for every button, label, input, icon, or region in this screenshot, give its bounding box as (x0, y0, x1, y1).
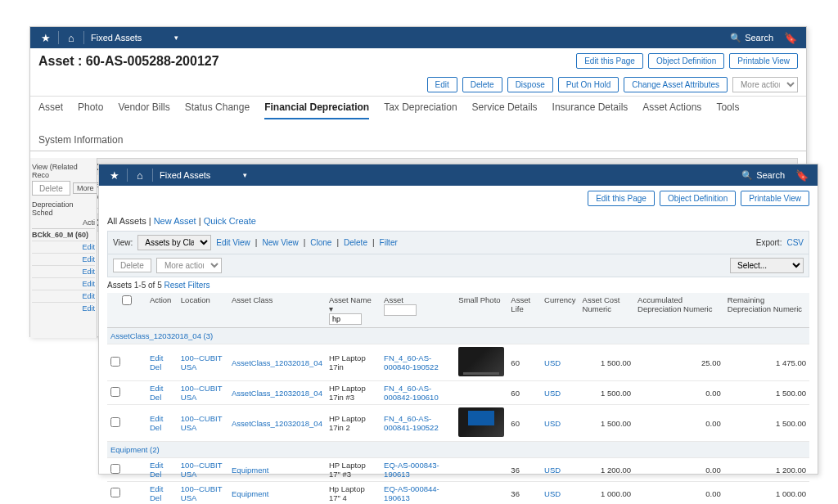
row-edit[interactable]: Edit (150, 414, 163, 423)
col-asset-class[interactable]: Asset Class (228, 293, 326, 328)
bookmark-icon[interactable]: 🔖 (782, 32, 800, 44)
row-checkbox[interactable] (110, 387, 120, 397)
row-asset-link[interactable]: FN_4_60-AS-000842-190610 (384, 384, 439, 402)
row-checkbox[interactable] (110, 488, 120, 497)
chevron-down-icon[interactable]: ▾ (243, 171, 247, 179)
tab-financial-depreciation[interactable]: Financial Depreciation (264, 101, 369, 119)
new-asset-link[interactable]: New Asset (154, 216, 196, 226)
star-icon[interactable]: ★ (37, 32, 55, 44)
sidebar-edit-link[interactable]: Edit (32, 277, 95, 288)
edit-view-link[interactable]: Edit View (216, 238, 250, 247)
put-on-hold-button[interactable]: Put On Hold (558, 77, 619, 92)
row-class[interactable]: Equipment (232, 466, 268, 475)
col-accumulated-depreciation-numeric[interactable]: Accumulated Depreciation Numeric (634, 293, 724, 328)
dispose-button[interactable]: Dispose (507, 77, 553, 92)
tab-insurance-details[interactable]: Insurance Details (552, 101, 628, 119)
export-csv-link[interactable]: CSV (786, 238, 804, 247)
home-icon[interactable]: ⌂ (131, 169, 149, 182)
col-location[interactable]: Location (178, 293, 228, 328)
clone-link[interactable]: Clone (310, 238, 331, 247)
row-edit[interactable]: Edit (150, 484, 163, 493)
row-currency[interactable]: USD (544, 358, 561, 367)
star-icon[interactable]: ★ (106, 169, 124, 182)
tab-asset-actions[interactable]: Asset Actions (642, 101, 701, 119)
list-delete-button[interactable]: Delete (113, 259, 151, 272)
sidebar-delete-button[interactable]: Delete (32, 181, 70, 196)
group-label[interactable]: Equipment (2) (110, 445, 160, 454)
chevron-down-icon[interactable]: ▾ (174, 34, 178, 42)
tab-tools[interactable]: Tools (716, 101, 739, 119)
tab-system-information[interactable]: System Information (38, 134, 123, 151)
sidebar-edit-link[interactable]: Edit (32, 290, 95, 300)
quick-create-link[interactable]: Quick Create (204, 216, 256, 226)
view-select[interactable]: Assets by Class (137, 235, 211, 250)
row-checkbox[interactable] (110, 417, 120, 427)
col-asset-name[interactable]: Asset Name ▾ (326, 293, 381, 328)
list-more-actions[interactable]: More actions... (156, 258, 222, 273)
row-del[interactable]: Del (150, 362, 161, 371)
row-location[interactable]: 100--CUBIT USA (181, 414, 223, 432)
row-del[interactable]: Del (150, 423, 161, 432)
col-currency[interactable]: Currency (541, 293, 579, 328)
group-label[interactable]: AssetClass_12032018_04 (3) (110, 331, 213, 340)
row-location[interactable]: 100--CUBIT USA (181, 461, 223, 479)
sidebar-edit-link[interactable]: Edit (32, 302, 95, 313)
row-currency[interactable]: USD (544, 389, 561, 398)
home-icon[interactable]: ⌂ (62, 32, 80, 44)
edit-button[interactable]: Edit (427, 77, 457, 92)
change-attributes-button[interactable]: Change Asset Attributes (624, 77, 728, 92)
row-checkbox[interactable] (110, 464, 120, 474)
select-all-checkbox[interactable] (110, 295, 143, 305)
tab-vendor-bills[interactable]: Vendor Bills (118, 101, 169, 119)
bookmark-icon[interactable]: 🔖 (793, 169, 811, 182)
row-currency[interactable]: USD (544, 489, 561, 498)
tab-asset[interactable]: Asset (38, 101, 63, 119)
col-asset-cost-numeric[interactable]: Asset Cost Numeric (579, 293, 635, 328)
more-actions-select[interactable]: More actions... (732, 77, 798, 92)
search-button[interactable]: 🔍Search (730, 33, 773, 43)
row-location[interactable]: 100--CUBIT USA (181, 353, 223, 371)
object-definition-button[interactable]: Object Definition (648, 53, 724, 69)
row-asset-link[interactable]: FN_4_60-AS-000840-190522 (384, 353, 439, 371)
filter-link[interactable]: Filter (380, 238, 398, 247)
row-location[interactable]: 100--CUBIT USA (181, 484, 223, 502)
col-asset-life[interactable]: Asset Life (507, 293, 541, 328)
printable-view-button[interactable]: Printable View (741, 191, 809, 206)
reset-filters-link[interactable]: Reset Filters (164, 281, 210, 290)
sidebar-edit-link[interactable]: Edit (32, 265, 95, 276)
row-edit[interactable]: Edit (150, 384, 163, 393)
col-action[interactable]: Action (146, 293, 178, 328)
row-class[interactable]: AssetClass_12032018_04 (232, 419, 322, 428)
asset-name-filter[interactable] (329, 313, 362, 325)
new-view-link[interactable]: New View (262, 238, 298, 247)
row-del[interactable]: Del (150, 393, 161, 402)
edit-page-button[interactable]: Edit this Page (576, 53, 643, 69)
row-class[interactable]: Equipment (232, 489, 268, 498)
row-location[interactable]: 100--CUBIT USA (181, 384, 223, 402)
delete-button[interactable]: Delete (462, 77, 502, 92)
search-button[interactable]: 🔍Search (741, 170, 785, 181)
tab-service-details[interactable]: Service Details (472, 101, 538, 119)
col-asset[interactable]: Asset (381, 293, 455, 328)
row-currency[interactable]: USD (544, 466, 561, 475)
row-edit[interactable]: Edit (150, 353, 163, 362)
row-class[interactable]: AssetClass_12032018_04 (232, 389, 322, 398)
row-checkbox[interactable] (110, 357, 120, 367)
tab-status-change[interactable]: Status Change (185, 101, 250, 119)
asset-filter[interactable] (384, 304, 417, 316)
row-asset-link[interactable]: EQ-AS-000844-190613 (384, 484, 439, 502)
printable-view-button[interactable]: Printable View (729, 53, 798, 69)
tab-tax-depreciation[interactable]: Tax Depreciation (384, 101, 457, 119)
nav-title[interactable]: Fixed Assets (160, 170, 210, 180)
sidebar-edit-link[interactable]: Edit (32, 241, 95, 251)
nav-title[interactable]: Fixed Assets (91, 33, 142, 43)
edit-page-button[interactable]: Edit this Page (588, 191, 655, 206)
row-del[interactable]: Del (150, 470, 161, 479)
row-class[interactable]: AssetClass_12032018_04 (232, 358, 322, 367)
tab-photo[interactable]: Photo (78, 101, 103, 119)
sidebar-more[interactable]: More (73, 182, 97, 194)
col-remaining-depreciation-numeric[interactable]: Remaining Depreciation Numeric (724, 293, 809, 328)
object-definition-button[interactable]: Object Definition (660, 191, 736, 206)
row-asset-link[interactable]: EQ-AS-000843-190613 (384, 461, 439, 479)
row-asset-link[interactable]: FN_4_60-AS-000841-190522 (384, 414, 439, 432)
